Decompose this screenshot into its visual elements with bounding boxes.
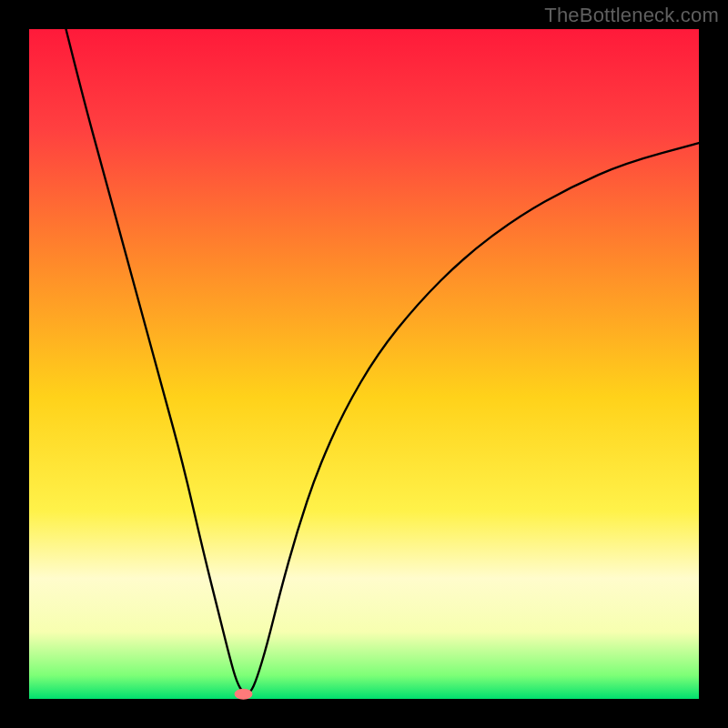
chart-root: TheBottleneck.com [0,0,728,728]
plot-background [29,29,699,699]
watermark-text: TheBottleneck.com [544,4,719,27]
minimum-marker [235,689,253,700]
chart-svg [0,0,728,728]
